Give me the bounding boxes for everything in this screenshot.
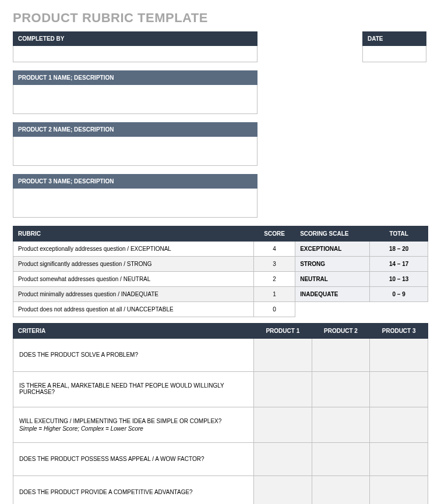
rubric-desc: Product does not address question at all…	[13, 302, 254, 317]
score-input-p1[interactable]	[254, 373, 312, 406]
product-1-field: PRODUCT 1 NAME; DESCRIPTION	[13, 70, 257, 114]
rubric-scale: NEUTRAL	[295, 272, 370, 287]
score-input-p1[interactable]	[254, 409, 312, 441]
rubric-scale-empty	[295, 302, 370, 317]
criteria-main: DOES THE PRODUCT POSSESS MASS APPEAL / A…	[19, 456, 204, 462]
product-3-field: PRODUCT 3 NAME; DESCRIPTION	[13, 174, 257, 218]
product-3-input[interactable]	[13, 189, 257, 218]
score-input-p3[interactable]	[370, 373, 428, 406]
rubric-score: 4	[253, 242, 295, 257]
table-row: Product somewhat addresses question / NE…	[13, 272, 428, 287]
rubric-header-total: TOTAL	[370, 226, 428, 242]
rubric-scale: EXCEPTIONAL	[295, 242, 370, 257]
score-input-p1[interactable]	[254, 476, 312, 504]
rubric-desc: Product exceptionally addresses question…	[13, 242, 254, 257]
criteria-header-p2: PRODUCT 2	[312, 324, 370, 339]
rubric-score: 1	[253, 287, 295, 302]
rubric-total: 10 – 13	[370, 272, 428, 287]
date-input[interactable]	[362, 46, 426, 62]
criteria-main: IS THERE A REAL, MARKETABLE NEED THAT PE…	[19, 382, 224, 395]
table-row: DOES THE PRODUCT SOLVE A PROBLEM?	[13, 339, 428, 372]
rubric-desc: Product minimally addresses question / I…	[13, 287, 254, 302]
rubric-desc: Product somewhat addresses question / NE…	[13, 272, 254, 287]
rubric-total-empty	[370, 302, 428, 317]
rubric-score: 3	[253, 257, 295, 272]
score-input-p2[interactable]	[312, 373, 370, 406]
rubric-score: 2	[253, 272, 295, 287]
product-2-label: PRODUCT 2 NAME; DESCRIPTION	[13, 122, 257, 137]
table-row: IS THERE A REAL, MARKETABLE NEED THAT PE…	[13, 372, 428, 407]
table-row: Product significantly addresses question…	[13, 257, 428, 272]
score-input-p3[interactable]	[370, 339, 428, 371]
completed-by-field: COMPLETED BY	[13, 31, 257, 62]
rubric-score: 0	[253, 302, 295, 317]
page-title: PRODUCT RUBRIC TEMPLATE	[13, 10, 428, 26]
product-2-field: PRODUCT 2 NAME; DESCRIPTION	[13, 122, 257, 166]
table-row: Product minimally addresses question / I…	[13, 287, 428, 302]
rubric-total: 14 – 17	[370, 257, 428, 272]
product-1-label: PRODUCT 1 NAME; DESCRIPTION	[13, 70, 257, 85]
rubric-header-score: SCORE	[253, 226, 295, 242]
score-input-p3[interactable]	[370, 443, 428, 475]
criteria-main: WILL EXECUTING / IMPLEMENTING THE IDEA B…	[19, 418, 221, 424]
criteria-header: CRITERIA	[13, 324, 254, 339]
rubric-scale: INADEQUATE	[295, 287, 370, 302]
criteria-main: DOES THE PRODUCT PROVIDE A COMPETITIVE A…	[19, 489, 193, 495]
score-input-p3[interactable]	[370, 476, 428, 504]
table-row: DOES THE PRODUCT POSSESS MASS APPEAL / A…	[13, 443, 428, 476]
criteria-table: CRITERIA PRODUCT 1 PRODUCT 2 PRODUCT 3 D…	[13, 323, 428, 504]
table-row: Product exceptionally addresses question…	[13, 242, 428, 257]
completed-by-input[interactable]	[13, 46, 257, 62]
score-input-p2[interactable]	[312, 476, 370, 504]
score-input-p2[interactable]	[312, 443, 370, 475]
date-label: DATE	[362, 31, 426, 46]
criteria-text: DOES THE PRODUCT POSSESS MASS APPEAL / A…	[13, 443, 254, 476]
date-field: DATE	[362, 31, 426, 62]
product-2-input[interactable]	[13, 137, 257, 166]
product-3-label: PRODUCT 3 NAME; DESCRIPTION	[13, 174, 257, 189]
criteria-header-p3: PRODUCT 3	[370, 324, 428, 339]
table-row: Product does not address question at all…	[13, 302, 428, 317]
criteria-text: DOES THE PRODUCT SOLVE A PROBLEM?	[13, 339, 254, 372]
score-input-p3[interactable]	[370, 409, 428, 441]
rubric-total: 0 – 9	[370, 287, 428, 302]
rubric-header-rubric: RUBRIC	[13, 226, 254, 242]
criteria-text: DOES THE PRODUCT PROVIDE A COMPETITIVE A…	[13, 476, 254, 505]
score-input-p2[interactable]	[312, 339, 370, 371]
score-input-p1[interactable]	[254, 443, 312, 475]
rubric-scale: STRONG	[295, 257, 370, 272]
criteria-text: IS THERE A REAL, MARKETABLE NEED THAT PE…	[13, 372, 254, 407]
score-input-p2[interactable]	[312, 409, 370, 441]
rubric-total: 18 – 20	[370, 242, 428, 257]
table-row: WILL EXECUTING / IMPLEMENTING THE IDEA B…	[13, 407, 428, 443]
rubric-table: RUBRIC SCORE SCORING SCALE TOTAL Product…	[13, 226, 428, 317]
criteria-sub: Simple = Higher Score; Complex = Lower S…	[19, 425, 248, 432]
criteria-text: WILL EXECUTING / IMPLEMENTING THE IDEA B…	[13, 407, 254, 443]
criteria-main: DOES THE PRODUCT SOLVE A PROBLEM?	[19, 352, 138, 358]
rubric-desc: Product significantly addresses question…	[13, 257, 254, 272]
completed-by-label: COMPLETED BY	[13, 31, 257, 46]
rubric-header-scale: SCORING SCALE	[295, 226, 370, 242]
table-row: DOES THE PRODUCT PROVIDE A COMPETITIVE A…	[13, 476, 428, 505]
criteria-header-p1: PRODUCT 1	[253, 324, 312, 339]
product-1-input[interactable]	[13, 85, 257, 114]
score-input-p1[interactable]	[254, 339, 312, 371]
